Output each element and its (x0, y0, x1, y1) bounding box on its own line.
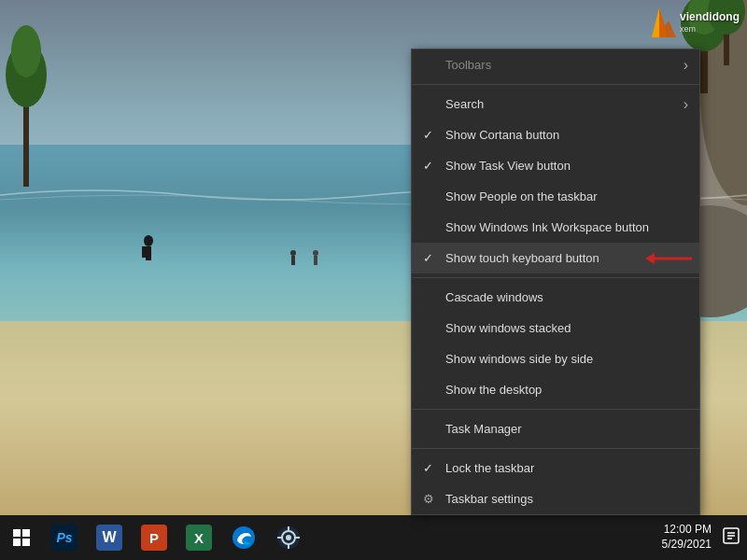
menu-item-stacked-label: Show windows stacked (445, 321, 571, 335)
taskbar-app-powerpoint[interactable]: P (132, 515, 176, 560)
svg-marker-21 (659, 7, 676, 37)
notification-button[interactable] (723, 527, 740, 548)
menu-item-taskbar-settings[interactable]: ⚙ Taskbar settings (412, 483, 699, 514)
menu-item-search[interactable]: Search (412, 89, 699, 119)
menu-item-task-manager[interactable]: Task Manager (412, 413, 699, 444)
taskbar-app-photoshop[interactable]: Ps (42, 515, 87, 560)
menu-separator-4 (412, 448, 699, 449)
brand-name: viendidong (680, 11, 740, 23)
svg-marker-23 (645, 253, 655, 264)
menu-item-show-touch-keyboard[interactable]: Show touch keyboard button (412, 243, 699, 273)
menu-item-show-cortana-label: Show Cortana button (445, 128, 559, 142)
taskbar-app-excel[interactable]: X (176, 515, 221, 560)
menu-item-toolbars-label: Toolbars (445, 58, 491, 72)
context-menu: Toolbars Search Show Cortana button Show… (411, 49, 700, 515)
taskbar-clock[interactable]: 12:00 PM 5/29/2021 (662, 523, 712, 552)
menu-item-lock-taskbar[interactable]: Lock the taskbar (412, 453, 699, 483)
menu-item-lock-taskbar-label: Lock the taskbar (445, 461, 534, 475)
taskbar-app-word[interactable]: W (87, 515, 132, 560)
svg-rect-15 (142, 246, 147, 258)
svg-point-13 (144, 235, 153, 246)
taskbar: Ps W P X (0, 515, 747, 560)
menu-separator-2 (412, 277, 699, 278)
menu-item-show-task-view[interactable]: Show Task View button (412, 150, 699, 181)
menu-item-show-desktop[interactable]: Show the desktop (412, 374, 699, 405)
menu-item-cascade[interactable]: Cascade windows (412, 282, 699, 313)
menu-item-toolbars[interactable]: Toolbars (412, 49, 699, 80)
menu-item-stacked[interactable]: Show windows stacked (412, 313, 699, 343)
menu-item-side-by-side[interactable]: Show windows side by side (412, 343, 699, 374)
svg-rect-17 (291, 256, 295, 265)
svg-point-27 (286, 535, 291, 540)
vdd-logo-icon (642, 7, 676, 37)
svg-point-18 (313, 250, 318, 256)
clock-time: 12:00 PM (664, 523, 712, 538)
menu-item-show-ink[interactable]: Show Windows Ink Workspace button (412, 212, 699, 243)
menu-item-show-desktop-label: Show the desktop (445, 383, 542, 397)
menu-separator-1 (412, 84, 699, 85)
edge-icon (232, 525, 256, 550)
menu-separator-3 (412, 409, 699, 410)
taskbar-right: 12:00 PM 5/29/2021 (662, 523, 747, 552)
svg-point-24 (233, 526, 255, 549)
menu-item-search-label: Search (445, 97, 484, 111)
menu-item-show-task-view-label: Show Task View button (445, 159, 571, 173)
brand-logo: viendidong xem (642, 7, 740, 37)
start-button[interactable] (0, 515, 42, 560)
notification-icon (723, 527, 740, 544)
taskbar-app-steam[interactable] (266, 515, 311, 560)
svg-rect-19 (314, 256, 317, 265)
menu-item-show-people[interactable]: Show People on the taskbar (412, 181, 699, 212)
steam-icon (276, 525, 301, 550)
menu-item-side-by-side-label: Show windows side by side (445, 352, 593, 366)
highlight-arrow (645, 247, 701, 270)
taskbar-apps: Ps W P X (42, 515, 311, 560)
clock-date: 5/29/2021 (662, 538, 712, 553)
menu-item-taskbar-settings-label: Taskbar settings (445, 492, 533, 506)
menu-item-show-cortana[interactable]: Show Cortana button (412, 119, 699, 150)
menu-item-show-touch-keyboard-label: Show touch keyboard button (445, 251, 599, 265)
taskbar-app-edge[interactable] (221, 515, 266, 560)
svg-point-12 (11, 25, 41, 77)
menu-item-task-manager-label: Task Manager (445, 422, 522, 436)
gear-icon: ⚙ (423, 492, 434, 506)
menu-item-cascade-label: Cascade windows (445, 290, 543, 304)
svg-point-16 (290, 250, 296, 256)
menu-item-show-ink-label: Show Windows Ink Workspace button (445, 220, 649, 234)
brand-sub: xem (680, 24, 740, 34)
menu-item-show-people-label: Show People on the taskbar (445, 189, 598, 203)
windows-logo-icon (13, 529, 30, 546)
